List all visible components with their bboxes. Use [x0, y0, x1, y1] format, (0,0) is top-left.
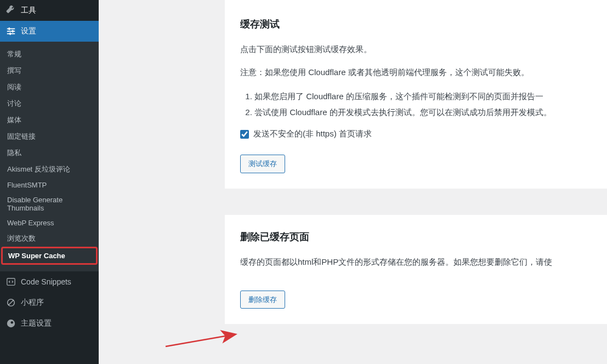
sidebar-item-code-snippets[interactable]: Code Snippets: [0, 271, 99, 292]
code-icon: [5, 276, 16, 287]
sidebar-item-label: 设置: [21, 26, 36, 36]
sidebar-item-label: Code Snippets: [21, 277, 71, 286]
list-item: 如果您启用了 Cloudflare 的压缩服务，这个插件可能检测到不同的页面并报…: [254, 89, 592, 105]
sidebar-item-permalinks[interactable]: 固定链接: [0, 128, 99, 145]
sidebar-item-theme-settings[interactable]: 主题设置: [0, 313, 99, 334]
note-list: 如果您启用了 Cloudflare 的压缩服务，这个插件可能检测到不同的页面并报…: [254, 89, 592, 120]
svg-rect-6: [7, 278, 15, 286]
settings-submenu: 常规 撰写 阅读 讨论 媒体 固定链接 隐私 Akismet 反垃圾评论 Flu…: [0, 42, 99, 271]
sidebar-item-label: 小程序: [21, 298, 44, 308]
panel-intro: 点击下面的测试按钮测试缓存效果。: [240, 43, 592, 56]
sidebar-item-label: 工具: [21, 5, 36, 15]
wrench-icon: [5, 5, 16, 16]
sidebar-item-general[interactable]: 常规: [0, 46, 99, 62]
insecure-request-checkbox[interactable]: [240, 130, 249, 139]
circle-slash-icon: [5, 297, 16, 308]
main-content: 缓存测试 点击下面的测试按钮测试缓存效果。 注意：如果您使用 Cloudflar…: [99, 0, 607, 364]
target-icon: [5, 318, 16, 329]
sidebar-item-settings[interactable]: 设置: [0, 21, 99, 42]
test-cache-button[interactable]: 测试缓存: [240, 155, 285, 173]
svg-point-10: [11, 321, 14, 324]
sidebar-item-media[interactable]: 媒体: [0, 112, 99, 128]
svg-rect-3: [9, 27, 10, 30]
panel-note: 注意：如果您使用 Cloudflare 或者其他透明前端代理服务，这个测试可能失…: [240, 66, 592, 79]
panel-intro: 缓存的页面都以html和PHP文件的形式存储在您的服务器。如果您想要删除它们，请…: [240, 255, 592, 269]
admin-sidebar: 工具 设置 常规 撰写 阅读 讨论 媒体 固定链接 隐私 Akismet 反垃圾…: [0, 0, 99, 364]
insecure-request-checkbox-row[interactable]: 发送不安全的(非 https) 首页请求: [240, 129, 592, 139]
panel-title: 删除已缓存页面: [240, 230, 592, 243]
delete-cache-button[interactable]: 删除缓存: [240, 291, 285, 309]
svg-rect-5: [9, 32, 11, 35]
sidebar-item-privacy[interactable]: 隐私: [0, 145, 99, 161]
sidebar-item-akismet[interactable]: Akismet 反垃圾评论: [0, 161, 99, 178]
sidebar-item-label: 主题设置: [21, 318, 52, 328]
checkbox-label: 发送不安全的(非 https) 首页请求: [253, 129, 372, 139]
cache-test-panel: 缓存测试 点击下面的测试按钮测试缓存效果。 注意：如果您使用 Cloudflar…: [225, 0, 607, 189]
svg-rect-0: [7, 29, 15, 30]
sidebar-item-tools[interactable]: 工具: [0, 0, 99, 21]
delete-cache-panel: 删除已缓存页面 缓存的页面都以html和PHP文件的形式存储在您的服务器。如果您…: [225, 215, 607, 325]
slider-icon: [5, 26, 16, 37]
list-item: 尝试使用 Cloudflare 的开发模式去执行测试。您可以在测试成功后禁用开发…: [254, 105, 592, 121]
sidebar-item-fluentsmtp[interactable]: FluentSMTP: [0, 178, 99, 192]
sidebar-item-views[interactable]: 浏览次数: [0, 230, 99, 247]
svg-rect-4: [12, 30, 14, 33]
sidebar-item-wp-super-cache[interactable]: WP Super Cache: [1, 247, 98, 265]
sidebar-item-webp-express[interactable]: WebP Express: [0, 215, 99, 230]
sidebar-item-disable-thumbnails[interactable]: Disable Generate Thumbnails: [0, 192, 99, 215]
sidebar-item-miniprogram[interactable]: 小程序: [0, 292, 99, 313]
svg-rect-1: [7, 31, 15, 32]
svg-line-8: [9, 300, 14, 305]
panel-title: 缓存测试: [240, 18, 592, 31]
sidebar-item-discussion[interactable]: 讨论: [0, 95, 99, 112]
svg-point-9: [7, 320, 15, 327]
sidebar-item-writing[interactable]: 撰写: [0, 62, 99, 79]
sidebar-item-reading[interactable]: 阅读: [0, 79, 99, 95]
